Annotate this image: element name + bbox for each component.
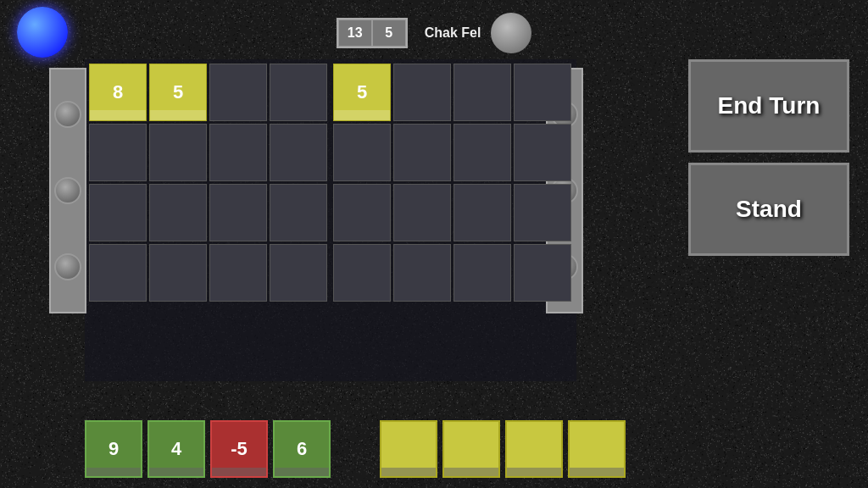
hand-card[interactable]: 4: [147, 420, 205, 478]
grid-cell[interactable]: [453, 184, 511, 241]
grid-cell[interactable]: [393, 64, 451, 121]
grid-cell[interactable]: [149, 244, 207, 302]
speaker-left: [49, 68, 86, 313]
opponent-orb: [491, 13, 531, 53]
grid-cell[interactable]: [333, 244, 391, 302]
score-box: 13 5: [337, 18, 408, 48]
hand-card[interactable]: 9: [85, 420, 142, 478]
grid-cell[interactable]: [393, 184, 451, 241]
end-turn-button[interactable]: End Turn: [688, 59, 849, 152]
grid-cell[interactable]: [270, 124, 327, 181]
grid-cell[interactable]: 5: [149, 64, 207, 121]
opponent-name: Chak Fel: [425, 25, 481, 41]
hand-card[interactable]: [442, 420, 500, 478]
action-panel: End Turn Stand: [688, 59, 858, 256]
grid-cell[interactable]: [453, 64, 511, 121]
grid-cell[interactable]: [333, 184, 391, 241]
board-right: 5: [333, 64, 571, 302]
grid-cell[interactable]: [270, 64, 327, 121]
grid-cell[interactable]: 5: [333, 64, 391, 121]
grid-cell[interactable]: [453, 124, 511, 181]
grid-cell[interactable]: [89, 124, 147, 181]
grid-cell[interactable]: [209, 124, 267, 181]
grid-cell[interactable]: [514, 124, 571, 181]
top-bar: 13 5 Chak Fel: [0, 13, 868, 53]
grid-cell[interactable]: [514, 184, 571, 241]
hand-card[interactable]: [380, 420, 437, 478]
hand-right: [380, 420, 626, 478]
score-left: 13: [338, 19, 372, 47]
hand-card[interactable]: [568, 420, 626, 478]
grid-cell[interactable]: [149, 184, 207, 241]
grid-cell[interactable]: [393, 244, 451, 302]
speaker-circle-3: [54, 253, 81, 280]
hand-card[interactable]: 6: [273, 420, 331, 478]
grid-cell[interactable]: 8: [89, 64, 147, 121]
score-right: 5: [372, 19, 406, 47]
grid-cell[interactable]: [270, 184, 327, 241]
grid-cell[interactable]: [89, 244, 147, 302]
grid-cell[interactable]: [89, 184, 147, 241]
grid-cell[interactable]: [514, 64, 571, 121]
grid-cell[interactable]: [393, 124, 451, 181]
grid-cell[interactable]: [149, 124, 207, 181]
stand-button[interactable]: Stand: [688, 163, 849, 256]
grid-cell[interactable]: [333, 124, 391, 181]
speaker-circle-2: [54, 177, 81, 204]
grid-cell[interactable]: [270, 244, 327, 302]
board-left: 85: [89, 64, 327, 302]
grid-cell[interactable]: [209, 244, 267, 302]
grid-cell[interactable]: [514, 244, 571, 302]
hand-card[interactable]: [505, 420, 563, 478]
hand-left: 94-56: [85, 420, 331, 478]
grid-cell[interactable]: [209, 64, 267, 121]
speaker-circle-1: [54, 101, 81, 128]
grid-cell[interactable]: [453, 244, 511, 302]
grid-cell[interactable]: [209, 184, 267, 241]
hand-card[interactable]: -5: [210, 420, 268, 478]
